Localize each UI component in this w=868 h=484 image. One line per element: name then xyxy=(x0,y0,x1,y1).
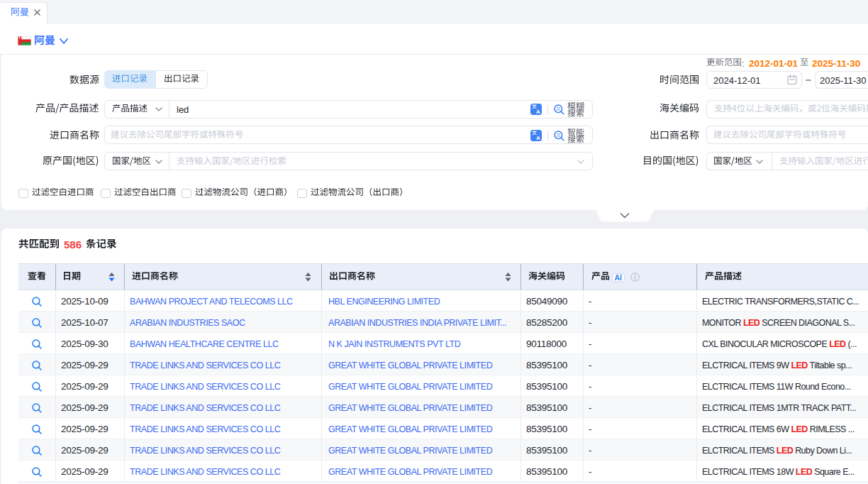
svg-text:A: A xyxy=(536,109,540,115)
svg-text:A: A xyxy=(536,135,540,141)
